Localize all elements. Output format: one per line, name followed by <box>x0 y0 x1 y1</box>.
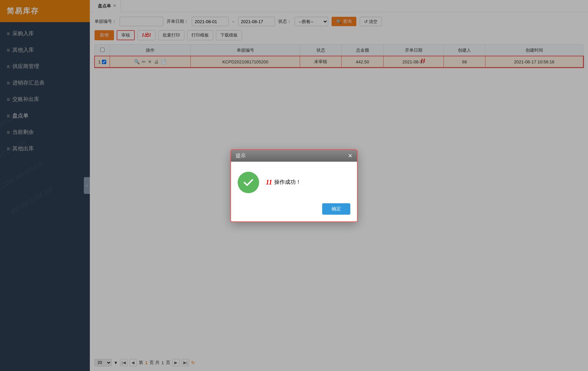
modal-box: 提示 ✕ 11 操作成功！ 确定 <box>230 149 358 222</box>
modal-title: 提示 <box>236 153 246 159</box>
success-icon <box>238 172 259 193</box>
confirm-button[interactable]: 确定 <box>322 203 350 215</box>
modal-footer: 确定 <box>231 200 357 221</box>
modal-overlay: 提示 ✕ 11 操作成功！ 确定 <box>0 0 588 371</box>
modal-message: 操作成功！ <box>274 179 301 186</box>
modal-header: 提示 ✕ <box>231 150 357 162</box>
checkmark-icon <box>242 176 254 189</box>
modal-close-button[interactable]: ✕ <box>348 153 352 159</box>
modal-body: 11 操作成功！ <box>231 162 357 200</box>
